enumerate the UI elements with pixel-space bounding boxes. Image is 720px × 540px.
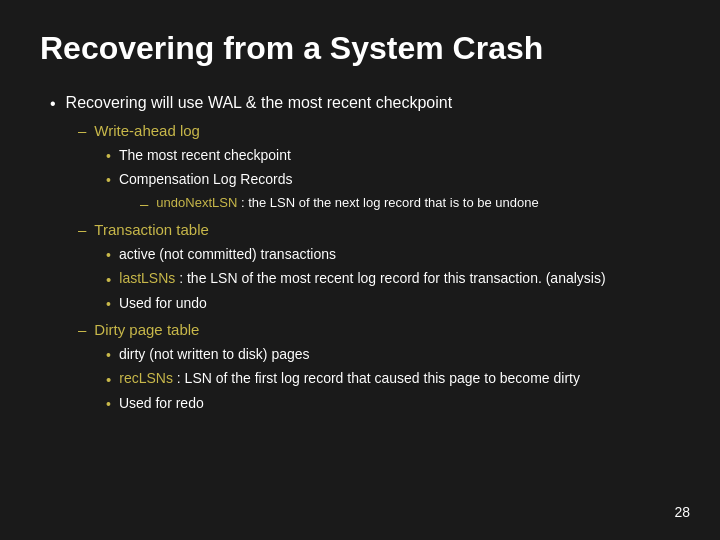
- last-lsns-desc: : the LSN of the most recent log record …: [179, 270, 605, 286]
- rec-lsns-desc: : LSN of the first log record that cause…: [177, 370, 580, 386]
- section-wal: – Write-ahead log: [78, 120, 670, 143]
- txn-item-3-text: Used for undo: [119, 293, 207, 314]
- txn-item-2: • lastLSNs : the LSN of the most recent …: [106, 268, 670, 292]
- section-wal-label: Write-ahead log: [94, 120, 200, 143]
- wal-item-1: • The most recent checkpoint: [106, 145, 670, 167]
- rec-lsns-keyword: recLSNs: [119, 370, 173, 386]
- page-number: 28: [674, 504, 690, 520]
- dash-marker-undo: –: [140, 193, 148, 216]
- wal-item-2-text: Compensation Log Records: [119, 169, 293, 190]
- dirty-item-1: • dirty (not written to disk) pages: [106, 344, 670, 366]
- txn-item-2-text: lastLSNs : the LSN of the most recent lo…: [119, 268, 605, 289]
- sub-marker-txn-3: •: [106, 294, 111, 315]
- dirty-item-2-text: recLSNs : LSN of the first log record th…: [119, 368, 580, 389]
- sub-marker-2: •: [106, 170, 111, 191]
- slide-title: Recovering from a System Crash: [40, 30, 670, 67]
- section-dirty-label: Dirty page table: [94, 319, 199, 342]
- main-bullet: • Recovering will use WAL & the most rec…: [50, 91, 670, 116]
- dash-marker-dirty: –: [78, 319, 86, 342]
- section-transaction-label: Transaction table: [94, 219, 209, 242]
- sub-marker-txn-2: •: [106, 269, 111, 292]
- dash-marker-transaction: –: [78, 219, 86, 242]
- dash-marker-wal: –: [78, 120, 86, 143]
- section-transaction: – Transaction table: [78, 219, 670, 242]
- txn-item-1: • active (not committed) transactions: [106, 244, 670, 266]
- txn-item-1-text: active (not committed) transactions: [119, 244, 336, 265]
- sub-marker-1: •: [106, 146, 111, 167]
- main-bullet-text: Recovering will use WAL & the most recen…: [66, 91, 453, 115]
- wal-item-2: • Compensation Log Records: [106, 169, 670, 191]
- sub-marker-dirty-1: •: [106, 345, 111, 366]
- slide: Recovering from a System Crash • Recover…: [0, 0, 720, 540]
- txn-item-3: • Used for undo: [106, 293, 670, 315]
- undo-next-lsn-desc: : the LSN of the next log record that is…: [241, 195, 539, 210]
- wal-item-1-text: The most recent checkpoint: [119, 145, 291, 166]
- dirty-item-3: • Used for redo: [106, 393, 670, 415]
- dirty-item-1-text: dirty (not written to disk) pages: [119, 344, 310, 365]
- slide-content: • Recovering will use WAL & the most rec…: [50, 91, 670, 415]
- dirty-item-2: • recLSNs : LSN of the first log record …: [106, 368, 670, 392]
- sub-marker-dirty-3: •: [106, 394, 111, 415]
- section-dirty: – Dirty page table: [78, 319, 670, 342]
- last-lsns-keyword: lastLSNs: [119, 270, 175, 286]
- undo-next-lsn-item: – undoNextLSN : the LSN of the next log …: [140, 193, 670, 216]
- sub-marker-txn-1: •: [106, 245, 111, 266]
- undo-next-lsn-keyword: undoNextLSN: [156, 195, 237, 210]
- dirty-item-3-text: Used for redo: [119, 393, 204, 414]
- sub-marker-dirty-2: •: [106, 369, 111, 392]
- undo-next-lsn-text: undoNextLSN : the LSN of the next log re…: [156, 193, 538, 213]
- bullet-marker-l1: •: [50, 92, 56, 116]
